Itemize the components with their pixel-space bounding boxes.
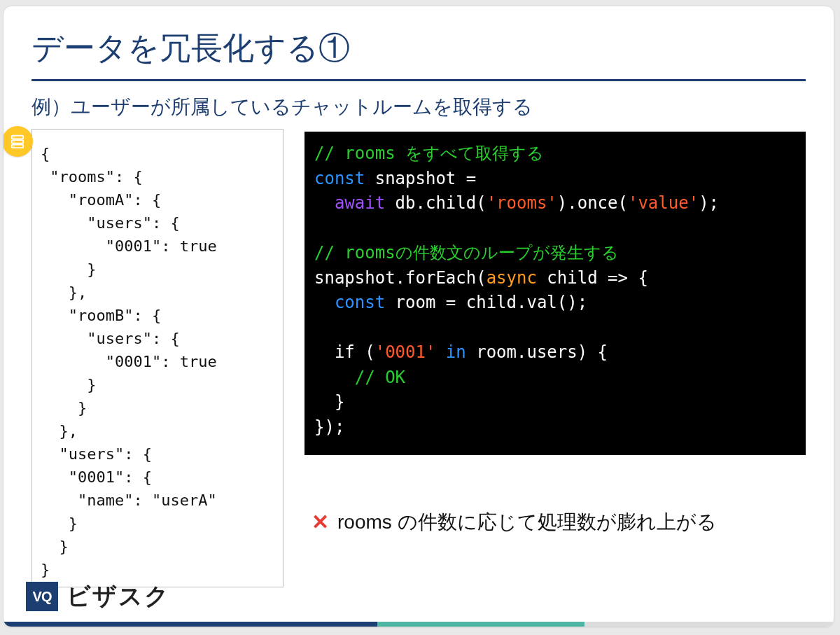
code-keyword: const <box>314 169 365 188</box>
code-string: 'value' <box>628 193 699 213</box>
code-text: room = child.val(); <box>385 293 587 312</box>
code-text: if ( <box>314 342 375 362</box>
code-text: } <box>314 392 344 412</box>
brand: VQ ビザスク <box>26 580 170 613</box>
svg-point-3 <box>13 137 15 138</box>
cross-icon: ✕ <box>312 512 329 533</box>
code-text: snapshot.forEach( <box>314 268 486 288</box>
brand-name: ビザスク <box>66 580 170 613</box>
svg-point-4 <box>13 141 15 143</box>
brand-badge: VQ <box>26 582 58 611</box>
code-text: room.users) { <box>466 342 608 362</box>
code-comment: // roomsの件数文のループが発生する <box>314 243 619 263</box>
code-string: '0001' <box>375 342 436 362</box>
warning-text: rooms の件数に応じて処理数が膨れ上がる <box>337 509 717 536</box>
code-comment: // rooms をすべて取得する <box>314 144 544 163</box>
svg-point-5 <box>13 146 15 147</box>
code-comment: // OK <box>314 368 405 387</box>
json-data-box: { "rooms": { "roomA": { "users": { "0001… <box>31 129 284 587</box>
database-icon <box>3 126 33 157</box>
code-text: ); <box>699 193 719 213</box>
code-string: 'rooms' <box>486 193 557 213</box>
code-keyword: in <box>435 342 465 362</box>
code-await: await <box>314 193 385 213</box>
code-keyword: const <box>314 293 385 312</box>
slide: データを冗長化する① 例）ユーザーが所属しているチャットルームを取得する { "… <box>3 6 834 627</box>
code-text: }); <box>314 417 344 437</box>
code-box: // rooms をすべて取得する const snapshot = await… <box>304 132 806 455</box>
slide-title: データを冗長化する① <box>4 6 834 75</box>
warning-row: ✕ rooms の件数に応じて処理数が膨れ上がる <box>312 509 802 536</box>
code-keyword: async <box>486 268 537 288</box>
slide-subtitle: 例）ユーザーが所属しているチャットルームを取得する <box>4 81 834 127</box>
code-text: snapshot = <box>365 169 476 188</box>
code-text: ).once( <box>557 193 628 213</box>
code-text: child => { <box>537 268 648 288</box>
progress-bar <box>4 622 834 627</box>
code-text: db.child( <box>385 193 486 213</box>
